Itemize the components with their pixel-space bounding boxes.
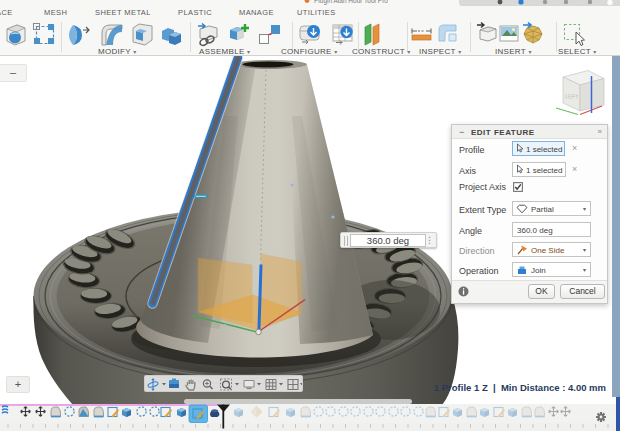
- svg-text:LEFT: LEFT: [565, 93, 579, 100]
- svg-text:Plugin Alan Hour Tool Pro: Plugin Alan Hour Tool Pro: [314, 0, 388, 5]
